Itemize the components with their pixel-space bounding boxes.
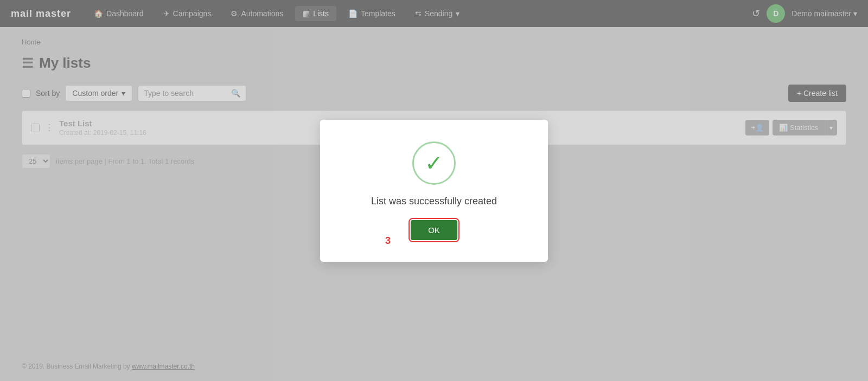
modal-overlay: ✓ List was successfully created 3 OK bbox=[0, 0, 868, 381]
success-icon-circle: ✓ bbox=[412, 141, 456, 185]
checkmark-icon: ✓ bbox=[425, 152, 443, 174]
modal-ok-button[interactable]: OK bbox=[411, 220, 457, 240]
modal-step-number: 3 bbox=[385, 235, 391, 247]
success-modal: ✓ List was successfully created 3 OK bbox=[320, 120, 548, 262]
modal-message: List was successfully created bbox=[347, 196, 521, 207]
